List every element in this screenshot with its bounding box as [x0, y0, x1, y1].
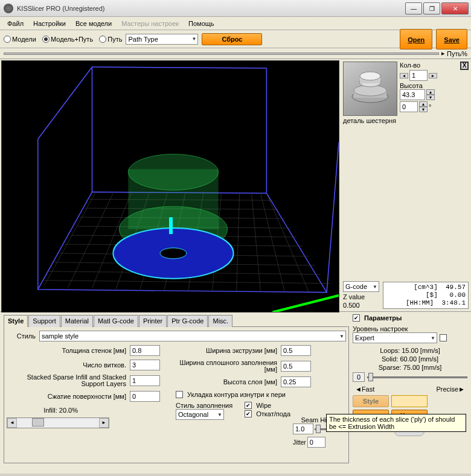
remove-model-button[interactable]: X	[460, 62, 469, 70]
stacked-input[interactable]	[130, 375, 160, 386]
wall-thickness-label: Толщина стенок [мм]	[7, 347, 127, 354]
tooltip: The thickness of each slice ('ply') of s…	[326, 414, 466, 432]
model-name: деталь шестерня	[343, 117, 469, 124]
infill-slider[interactable]: ◄►	[7, 417, 109, 428]
reset-button[interactable]: Сброс	[202, 33, 262, 45]
params-checkbox[interactable]	[353, 314, 360, 322]
infill-style-label: Стиль заполнения	[176, 402, 232, 409]
svg-line-8	[68, 193, 114, 287]
radio-path[interactable]	[99, 36, 106, 43]
tab-style[interactable]: Style	[4, 315, 28, 327]
svg-line-19	[41, 281, 330, 284]
params-panel: Параметры Уровень настроек Expert Loops:…	[353, 314, 467, 471]
surface-comp-input[interactable]	[130, 391, 160, 402]
3d-viewport[interactable]	[1, 60, 339, 313]
count-input[interactable]	[409, 70, 428, 81]
svg-line-18	[266, 193, 309, 291]
jitter-label: Jitter	[293, 439, 306, 446]
svg-line-17	[260, 193, 284, 291]
tab-ptr-gcode[interactable]: Ptr G-code	[167, 315, 208, 327]
tab-printer[interactable]: Printer	[139, 315, 167, 327]
path-type-select[interactable]: Path Type	[126, 34, 198, 45]
count-down[interactable]: ◄	[400, 73, 408, 78]
svg-point-33	[160, 248, 187, 259]
angle-input[interactable]	[400, 101, 418, 112]
tooltip-text: The thickness of each slice ('ply') of s…	[329, 416, 455, 430]
height-label: Высота	[400, 82, 469, 89]
menu-file[interactable]: Файл	[4, 19, 27, 28]
jitter-input[interactable]	[307, 437, 325, 448]
menu-all-models[interactable]: Все модели	[72, 19, 115, 28]
angle-down[interactable]: ▼	[419, 107, 428, 112]
infill-label: Infill: 20.0%	[7, 407, 79, 414]
layer-height-input[interactable]	[281, 376, 311, 387]
svg-line-15	[237, 193, 240, 291]
wipe-label: Wipe	[256, 402, 271, 409]
titlebar: KISSlicer PRO (Unregistered) — ❐ ✕	[0, 0, 471, 17]
tab-support[interactable]: Support	[28, 315, 60, 327]
gcode-select[interactable]: G-code	[343, 281, 379, 292]
count-label: Кол-во	[400, 62, 420, 70]
angle-up[interactable]: ▲	[419, 101, 428, 107]
path-slider[interactable]	[4, 52, 439, 55]
svg-point-41	[360, 72, 380, 80]
minimize-button[interactable]: —	[405, 2, 422, 14]
radio-models[interactable]	[4, 36, 11, 43]
inside-out-checkbox[interactable]	[176, 391, 183, 398]
menu-settings[interactable]: Настройки	[30, 19, 69, 28]
height-down[interactable]: ▼	[426, 95, 435, 100]
retract-checkbox[interactable]	[245, 410, 252, 417]
extrusion-width-label: Ширина экструзии [мм]	[176, 347, 278, 354]
viewport-canvas	[2, 61, 339, 313]
loops-label: Число витков.	[7, 361, 127, 369]
menu-wizards: Мастеры настроек	[118, 19, 182, 28]
precise-label: Precise	[436, 386, 458, 393]
count-up[interactable]: ►	[429, 73, 437, 78]
svg-line-6	[92, 67, 266, 68]
radio-model-path[interactable]	[42, 36, 50, 43]
radio-models-label: Модели	[12, 36, 36, 43]
path-type-value: Path Type	[128, 36, 158, 43]
solid-width-input[interactable]	[281, 361, 311, 372]
tab-matl-gcode[interactable]: Matl G-code	[94, 315, 138, 327]
infill-style-select[interactable]: Octagonal	[176, 409, 224, 420]
path-pct-label: Путь%	[447, 50, 467, 57]
maximize-button[interactable]: ❐	[423, 2, 440, 14]
style-button[interactable]: Style	[353, 395, 389, 407]
svg-point-31	[128, 154, 218, 190]
fast-label: Fast	[362, 386, 374, 393]
loops-stat: Loops: 15.00 [mm/s]	[353, 347, 467, 354]
style-select[interactable]: sample style	[39, 331, 346, 341]
settings-tabs: Style Support Material Matl G-code Print…	[4, 314, 349, 327]
menu-help[interactable]: Помощь	[185, 19, 218, 28]
level-label: Уровень настроек	[353, 325, 467, 332]
gear-icon	[349, 68, 391, 110]
tab-misc[interactable]: Misc.	[208, 315, 232, 327]
extrusion-width-input[interactable]	[281, 345, 311, 356]
tab-material[interactable]: Material	[61, 315, 93, 327]
params-label: Параметры	[364, 314, 402, 322]
model-thumbnail[interactable]	[343, 62, 397, 116]
close-button[interactable]: ✕	[441, 2, 469, 14]
solid-width-label: Ширина сплошного заполнения [мм]	[176, 360, 278, 373]
wall-thickness-input[interactable]	[130, 345, 160, 356]
seam-value-input[interactable]	[293, 424, 313, 434]
level-select[interactable]: Expert	[353, 332, 437, 343]
toolbar: Модели Модель+Путь Путь Path Type Сброс …	[0, 30, 471, 48]
window-title: KISSlicer PRO (Unregistered)	[17, 5, 405, 12]
zvalue-label: Z value	[343, 293, 379, 300]
loops-input[interactable]	[130, 360, 160, 370]
level-extra-checkbox[interactable]	[440, 334, 447, 341]
svg-line-2	[327, 142, 339, 293]
menubar: Файл Настройки Все модели Мастеры настро…	[0, 17, 471, 30]
height-input[interactable]	[400, 89, 425, 100]
progress-indicator	[391, 395, 428, 407]
retract-label: Откат/пода	[256, 410, 290, 417]
open-button[interactable]: Open	[400, 29, 432, 49]
svg-line-7	[44, 193, 95, 286]
wipe-checkbox[interactable]	[245, 402, 252, 409]
speed-slider[interactable]	[367, 372, 467, 382]
style-tab-body: Стиль sample style Толщина стенок [мм] Ч…	[4, 327, 349, 463]
save-button[interactable]: Save	[436, 29, 467, 49]
height-up[interactable]: ▲	[426, 89, 435, 95]
